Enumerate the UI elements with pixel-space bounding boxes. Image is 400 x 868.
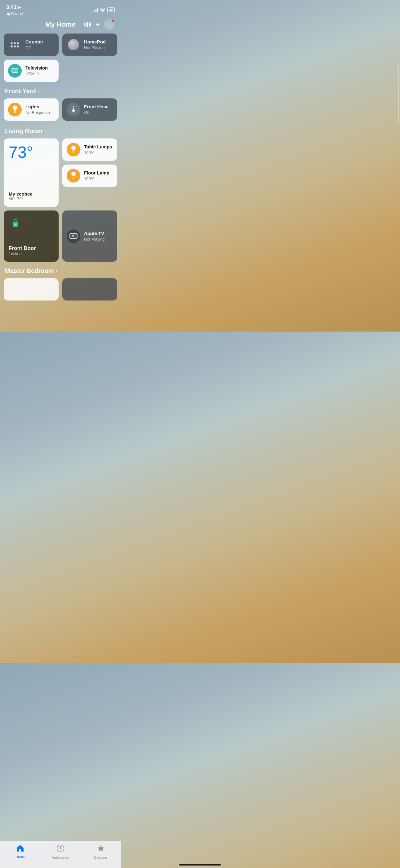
add-button[interactable]: +: [96, 20, 100, 29]
table-lamps-icon: [67, 143, 80, 156]
television-info: Television HDMI-1: [26, 65, 54, 76]
table-lamps-name: Table Lamps: [84, 144, 113, 150]
header-actions: + ···: [84, 19, 115, 30]
battery-level: 42: [109, 8, 113, 12]
counter-icon: [8, 38, 22, 52]
front-yard-grid: Lights No Response Front Hose Off: [4, 98, 117, 121]
homepod-status: Not Playing: [84, 45, 113, 50]
notification-dot: [112, 20, 114, 22]
front-hose-name: Front Hose: [84, 104, 113, 110]
front-hose-device[interactable]: Front Hose Off: [62, 98, 117, 121]
lights-icon: [8, 103, 22, 116]
homepod-info: HomePod Not Playing: [84, 39, 113, 50]
time-text: 3:42: [6, 4, 17, 10]
svg-rect-1: [12, 69, 18, 72]
front-yard-label: Front Yard: [5, 88, 36, 95]
living-room-main-row: 73° My ecobee 66°–73° Table La: [4, 138, 117, 207]
counter-info: Counter Off: [26, 39, 54, 50]
svg-rect-12: [72, 151, 75, 151]
location-icon: ▶: [18, 5, 21, 10]
apple-tv-info: Apple TV Not Playing: [84, 231, 113, 242]
apple-tv-status: Not Playing: [84, 237, 113, 242]
wifi-icon: [100, 8, 105, 13]
front-door-status: Locked: [9, 251, 54, 256]
living-room-chevron: ›: [44, 128, 46, 134]
master-bedroom-label: Master Bedroom: [5, 267, 54, 274]
television-name: Television: [26, 65, 54, 71]
master-bedroom-section-header[interactable]: Master Bedroom ›: [4, 262, 117, 278]
svg-rect-8: [72, 110, 75, 112]
counter-name: Counter: [26, 39, 54, 45]
hose-icon: [67, 103, 80, 116]
front-door-device[interactable]: Front Door Locked: [4, 211, 59, 262]
svg-rect-4: [14, 111, 16, 111]
front-hose-status: Off: [84, 110, 113, 115]
status-bar: 3:42 ▶ ◀ Search 42: [0, 0, 121, 18]
floor-lamp-device[interactable]: Floor Lamp 100%: [62, 164, 117, 187]
floor-lamp-icon: [67, 169, 80, 183]
front-yard-lights[interactable]: Lights No Response: [4, 98, 59, 121]
table-lamps-info: Table Lamps 100%: [84, 144, 113, 155]
signal-icon: [92, 8, 98, 12]
thermostat-name: My ecobee: [9, 191, 54, 196]
lights-info: Lights No Response: [26, 104, 54, 115]
svg-point-21: [73, 236, 74, 237]
master-partial-card-2[interactable]: [62, 278, 117, 301]
living-room-bottom-row: Front Door Locked Apple TV Not Playing: [4, 211, 117, 262]
svg-rect-6: [14, 113, 15, 113]
television-device[interactable]: Television HDMI-1: [4, 60, 59, 82]
living-room-section-header[interactable]: Living Room ›: [4, 122, 117, 138]
svg-rect-5: [14, 112, 16, 112]
more-button[interactable]: ···: [104, 19, 115, 30]
homepod-icon: [67, 38, 80, 52]
svg-rect-13: [72, 152, 74, 152]
homepod-device[interactable]: HomePod Not Playing: [62, 34, 117, 56]
svg-rect-22: [72, 239, 75, 239]
more-icon: ···: [108, 22, 111, 27]
page-title: My Home: [45, 21, 76, 29]
front-yard-chevron: ›: [38, 89, 39, 94]
search-label: ◀ Search: [6, 11, 25, 16]
master-partial-card-1[interactable]: [4, 278, 59, 301]
top-devices-grid: Counter Off HomePod Not Playing: [4, 34, 117, 56]
status-time: 3:42 ▶: [6, 4, 25, 10]
master-bedroom-partial: [4, 278, 117, 301]
lock-icon: [9, 216, 22, 230]
television-status: HDMI-1: [26, 71, 54, 76]
svg-rect-15: [72, 177, 75, 177]
status-indicators: 42: [92, 7, 115, 13]
floor-lamp-name: Floor Lamp: [84, 170, 113, 176]
counter-status: Off: [26, 45, 54, 50]
svg-point-19: [15, 224, 16, 225]
television-row: Television HDMI-1: [4, 60, 117, 82]
svg-rect-11: [72, 112, 74, 113]
front-hose-info: Front Hose Off: [84, 104, 113, 115]
svg-rect-14: [73, 152, 74, 153]
counter-device[interactable]: Counter Off: [4, 34, 59, 56]
floor-lamp-info: Floor Lamp 100%: [84, 170, 113, 181]
svg-rect-16: [72, 178, 74, 178]
living-room-label: Living Room: [5, 128, 42, 135]
svg-point-10: [73, 106, 74, 107]
scroll-content: Counter Off HomePod Not Playing: [0, 34, 121, 332]
front-door-text: Front Door Locked: [9, 236, 54, 256]
ecobee-device[interactable]: 73° My ecobee 66°–73°: [4, 138, 59, 207]
waveform-icon[interactable]: [84, 22, 91, 28]
battery-icon: 42: [107, 7, 115, 13]
lights-status: No Response: [26, 110, 54, 115]
homepod-name: HomePod: [84, 39, 113, 45]
master-bedroom-chevron: ›: [56, 268, 57, 274]
search-back[interactable]: ◀ Search: [6, 11, 25, 16]
tv-icon: [8, 64, 22, 78]
svg-rect-9: [72, 107, 75, 108]
svg-rect-17: [73, 179, 74, 179]
front-yard-section-header[interactable]: Front Yard ›: [4, 82, 117, 98]
table-lamps-status: 100%: [84, 150, 113, 155]
table-lamps-device[interactable]: Table Lamps 100%: [62, 138, 117, 161]
apple-tv-device[interactable]: Apple TV Not Playing: [62, 211, 117, 262]
appletv-icon: [67, 229, 80, 243]
apple-tv-name: Apple TV: [84, 231, 113, 236]
thermostat-range: 66°–73°: [9, 196, 54, 201]
front-door-name: Front Door: [9, 245, 54, 251]
thermostat-temp: 73°: [9, 144, 54, 160]
